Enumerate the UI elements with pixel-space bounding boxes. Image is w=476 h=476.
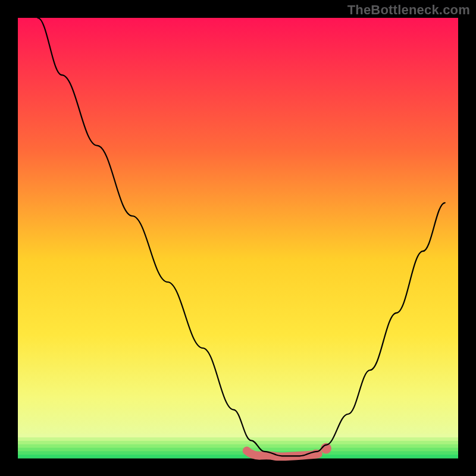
svg-rect-5 bbox=[18, 451, 458, 455]
svg-rect-4 bbox=[18, 448, 458, 452]
bottleneck-chart bbox=[0, 0, 476, 476]
svg-rect-0 bbox=[18, 434, 458, 437]
svg-rect-1 bbox=[18, 437, 458, 441]
bottom-green-bands bbox=[18, 434, 458, 458]
chart-frame: TheBottleneck.com bbox=[0, 0, 476, 476]
svg-rect-3 bbox=[18, 444, 458, 448]
svg-rect-2 bbox=[18, 441, 458, 444]
svg-rect-6 bbox=[18, 455, 458, 458]
chart-background bbox=[18, 18, 458, 458]
